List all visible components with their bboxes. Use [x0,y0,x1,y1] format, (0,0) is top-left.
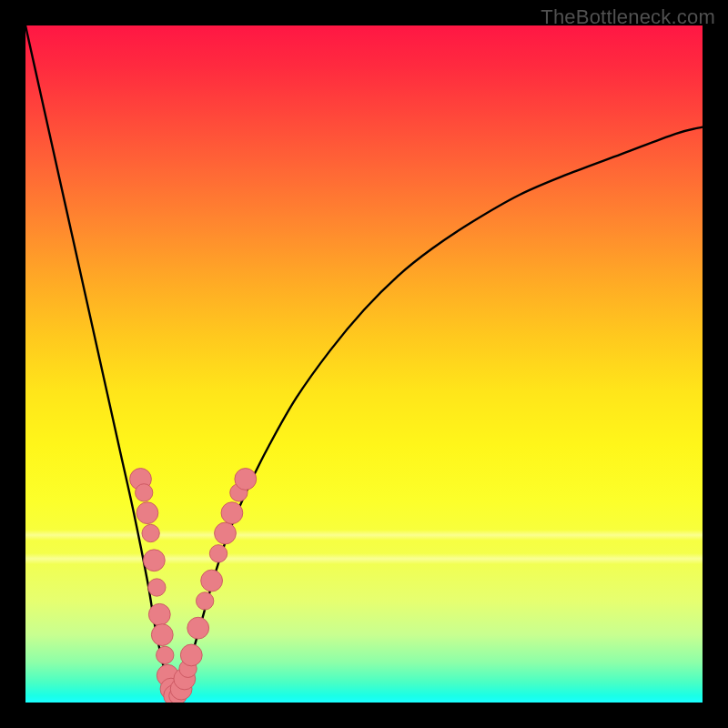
data-marker [136,484,153,501]
data-marker [215,522,237,544]
chart-svg [25,25,703,703]
watermark-text: TheBottleneck.com [541,5,715,29]
data-marker [142,524,159,541]
data-marker [221,502,243,524]
chart-frame: TheBottleneck.com [0,0,728,728]
data-marker [196,592,213,610]
data-marker [143,550,165,571]
data-marker [136,502,158,524]
data-marker [148,603,170,625]
data-marker [180,644,202,666]
data-marker [157,646,174,663]
bottleneck-curve [25,25,703,696]
data-marker [187,617,209,639]
data-marker [201,570,223,592]
data-marker [148,579,166,596]
plot-area [25,25,703,703]
data-markers [130,469,257,703]
data-marker [235,469,257,490]
data-marker [151,624,173,646]
data-marker [209,545,227,562]
